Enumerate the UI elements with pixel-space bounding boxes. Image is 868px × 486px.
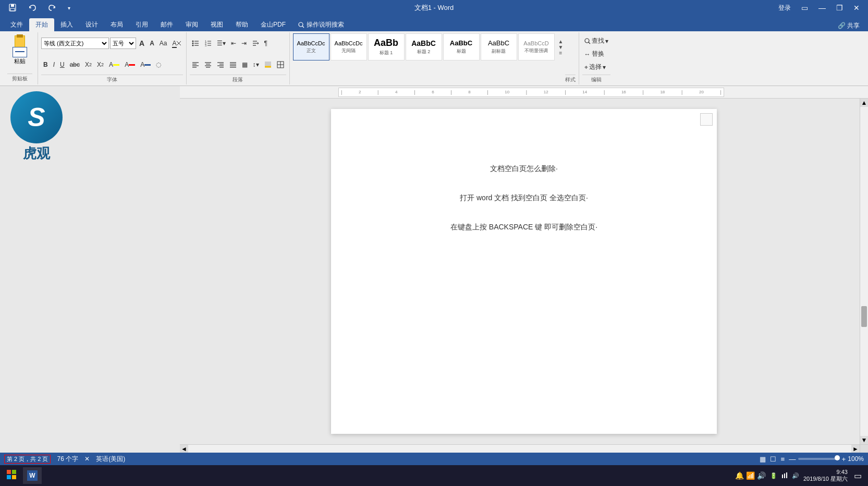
minimize-button[interactable]: —	[814, 3, 830, 13]
font-eraser-button[interactable]: ◌	[154, 59, 163, 70]
tab-mailings[interactable]: 邮件	[154, 18, 179, 31]
style-h2[interactable]: AaBbC 标题 2	[406, 33, 442, 60]
svg-rect-1	[11, 4, 14, 7]
svg-point-43	[585, 39, 589, 43]
taskbar: W 🔔 📶 🔊 🔋 🔊 9:43 2019/8/10 星期六 ▭	[0, 465, 868, 486]
share-button[interactable]: 🔗 共享	[834, 20, 864, 31]
style-subtle-emphasis[interactable]: AaBbCcD 不明显强调	[518, 33, 555, 60]
print-layout-button[interactable]: ☐	[770, 455, 776, 463]
tab-help[interactable]: 帮助	[229, 18, 254, 31]
grow-font-button[interactable]: A	[137, 38, 146, 49]
style-subtitle[interactable]: AaBbC 副标题	[481, 33, 517, 60]
word-taskbar-button[interactable]: W	[23, 467, 42, 484]
save-button[interactable]	[4, 3, 21, 13]
scroll-up-button[interactable]: ▲	[860, 99, 868, 107]
vertical-scrollbar[interactable]: ▲ ▼	[860, 99, 868, 444]
replace-button[interactable]: ↔ 替换	[582, 48, 610, 59]
bullets-button[interactable]	[190, 38, 201, 49]
tab-design[interactable]: 设计	[79, 18, 104, 31]
svg-line-4	[302, 26, 304, 28]
zoom-out-button[interactable]: —	[789, 455, 796, 463]
subscript-button[interactable]: X2	[83, 59, 94, 70]
align-center-button[interactable]	[202, 59, 214, 70]
style-h1[interactable]: AaBb 标题 1	[368, 33, 405, 60]
style-scroll-up[interactable]: ▲	[557, 39, 565, 44]
superscript-button[interactable]: X2	[95, 59, 106, 70]
align-right-button[interactable]	[215, 59, 226, 70]
clear-format-button[interactable]: A	[170, 38, 182, 49]
word-count: 76 个字	[57, 455, 78, 464]
tab-file[interactable]: 文件	[4, 18, 29, 31]
zoom-slider[interactable]	[798, 458, 840, 460]
find-button[interactable]: 查找▾	[582, 35, 610, 46]
select-button[interactable]: ⌖ 选择▾	[582, 62, 610, 72]
font-color2-button[interactable]: A	[138, 59, 153, 70]
paste-button[interactable]: 粘贴	[7, 34, 32, 66]
tab-layout[interactable]: 布局	[104, 18, 129, 31]
align-left-button[interactable]	[190, 59, 201, 70]
ribbon-toolbar: 粘贴 剪贴板 等线 (西文正文) 五号 A A Aa A	[0, 31, 868, 86]
start-button[interactable]	[2, 467, 21, 484]
tab-home[interactable]: 开始	[29, 18, 54, 31]
tab-review[interactable]: 审阅	[179, 18, 204, 31]
tab-view[interactable]: 视图	[204, 18, 229, 31]
change-case-button[interactable]: Aa	[157, 38, 169, 49]
document-page: 文档空白页怎么删除· 打开 word 文档 找到空白页 全选空白页· 在键盘上按…	[331, 109, 717, 434]
tab-pdf[interactable]: 金山PDF	[254, 18, 292, 31]
document-area[interactable]: 文档空白页怎么删除· 打开 word 文档 找到空白页 全选空白页· 在键盘上按…	[180, 99, 868, 444]
login-button[interactable]: 登录	[774, 3, 795, 14]
numbering-button[interactable]: 1.2.3.	[202, 38, 214, 49]
style-normal[interactable]: AaBbCcDc 正文	[293, 33, 329, 60]
logo-area: S 虎观	[0, 86, 180, 453]
styles-section-label: 样式	[565, 75, 576, 83]
scroll-right-button[interactable]: ►	[851, 445, 860, 453]
ribbon-display-button[interactable]: ▭	[797, 3, 812, 13]
word-icon: W	[27, 470, 38, 481]
logo-text: 虎观	[23, 144, 50, 163]
strikethrough-button[interactable]: abc	[68, 59, 82, 70]
tab-references[interactable]: 引用	[129, 18, 154, 31]
customize-qat-button[interactable]: ▾	[64, 4, 75, 12]
style-more[interactable]: ≡	[557, 50, 565, 56]
scroll-thumb[interactable]	[861, 306, 867, 327]
font-size-select[interactable]: 五号	[110, 38, 136, 49]
main-area: S 虎观 |2|4|6|8|10|12|14|16|18|20|	[0, 86, 868, 453]
show-desktop-button[interactable]: ▭	[852, 470, 864, 482]
restore-button[interactable]: ❐	[832, 3, 847, 13]
undo-button[interactable]	[24, 3, 41, 13]
font-name-select[interactable]: 等线 (西文正文)	[41, 38, 109, 49]
text-highlight-button[interactable]: A	[107, 59, 121, 70]
zoom-controls: — + 100%	[789, 455, 864, 463]
increase-indent-button[interactable]: ⇥	[239, 38, 249, 49]
close-button[interactable]: ✕	[849, 3, 864, 13]
tab-insert[interactable]: 插入	[54, 18, 79, 31]
scroll-left-button[interactable]: ◄	[180, 445, 188, 453]
underline-button[interactable]: U	[58, 59, 67, 70]
sort-button[interactable]	[250, 38, 261, 49]
svg-point-3	[299, 22, 303, 27]
redo-button[interactable]	[44, 3, 60, 13]
borders-button[interactable]	[275, 59, 286, 70]
tab-search[interactable]: 操作说明搜索	[292, 18, 350, 31]
style-heading[interactable]: AaBbC 标题	[443, 33, 480, 60]
style-scroll-down[interactable]: ▼	[557, 44, 565, 50]
decrease-indent-button[interactable]: ⇤	[229, 38, 238, 49]
font-color-button[interactable]: A	[123, 59, 137, 70]
title-bar: ▾ 文档1 - Word 登录 ▭ — ❐ ✕	[0, 0, 868, 16]
shrink-font-button[interactable]: A	[148, 38, 156, 49]
line-spacing-button[interactable]: ↕▾	[251, 59, 261, 70]
italic-button[interactable]: I	[51, 59, 57, 70]
horizontal-scrollbar[interactable]: ◄ ►	[180, 444, 868, 453]
scroll-down-button[interactable]: ▼	[860, 436, 868, 444]
justify-button[interactable]	[227, 59, 239, 70]
multilevel-list-button[interactable]: ☰▾	[215, 38, 228, 49]
column-layout-button[interactable]: ▦	[240, 59, 250, 70]
shading-button[interactable]	[262, 59, 274, 70]
style-no-spacing[interactable]: AaBbCcDc 无间隔	[331, 33, 367, 60]
zoom-in-button[interactable]: +	[842, 455, 846, 463]
show-formatting-button[interactable]: ¶	[262, 38, 270, 49]
bold-button[interactable]: B	[41, 59, 50, 70]
read-mode-button[interactable]: ▦	[760, 455, 766, 463]
web-layout-button[interactable]: ≡	[780, 455, 785, 463]
svg-rect-45	[7, 470, 11, 474]
